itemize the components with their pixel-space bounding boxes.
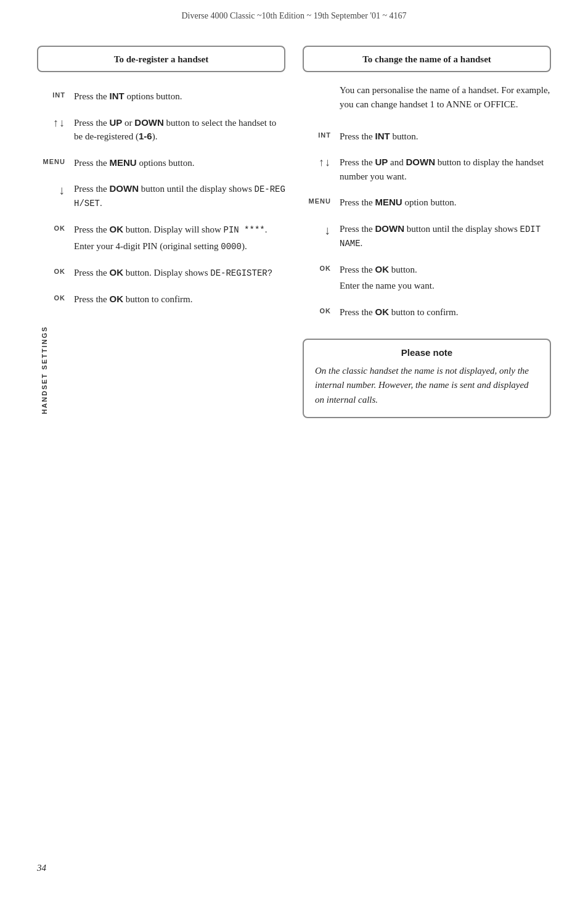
updown-icon-r1: ↑↓ xyxy=(303,155,340,168)
list-item: INT Press the INT options button. xyxy=(37,83,285,110)
step-text-3: Press the MENU options button. xyxy=(74,156,285,170)
list-item: OK Press the OK button to confirm. xyxy=(37,286,285,313)
sidebar-label: HANDSET SETTINGS xyxy=(41,326,48,414)
list-item: MENU Press the MENU option button. xyxy=(303,189,551,216)
list-item: OK Press the OK button to confirm. xyxy=(303,299,551,326)
updown-icon-1: ↑↓ xyxy=(37,116,74,128)
step-text-6: Press the OK button. Display shows DE-RE… xyxy=(74,266,285,280)
ok-icon-2: OK xyxy=(37,266,74,276)
page-header: Diverse 4000 Classic ~10th Edition ~ 19t… xyxy=(0,0,588,27)
down-icon-r1: ↓ xyxy=(303,222,340,237)
list-item: OK Press the OK button. Display shows DE… xyxy=(37,260,285,286)
step-text-5: Press the OK button. Display will show P… xyxy=(74,223,285,253)
left-steps-list: INT Press the INT options button. ↑↓ Pre… xyxy=(37,83,285,313)
step-text-2: Press the UP or DOWN button to select th… xyxy=(74,116,285,144)
please-note-box: Please note On the classic handset the n… xyxy=(303,339,551,418)
right-panel: To change the name of a handset You can … xyxy=(303,46,551,418)
step-text-r1: Press the INT button. xyxy=(340,130,551,144)
list-item: OK Press the OK button. Display will sho… xyxy=(37,216,285,260)
int-icon-r1: INT xyxy=(303,130,340,139)
list-item: ↑↓ Press the UP and DOWN button to displ… xyxy=(303,149,551,189)
list-item: ↓ Press the DOWN button until the displa… xyxy=(37,176,285,216)
right-steps-list: INT Press the INT button. ↑↓ Press the U… xyxy=(303,123,551,326)
left-panel: To de-register a handset INT Press the I… xyxy=(37,46,285,418)
list-item: ↑↓ Press the UP or DOWN button to select… xyxy=(37,110,285,150)
list-item: ↓ Press the DOWN button until the displa… xyxy=(303,216,551,257)
menu-icon-1: MENU xyxy=(37,156,74,166)
step-text-r4: Press the DOWN button until the display … xyxy=(340,222,551,250)
right-intro: You can personalise the name of a handse… xyxy=(303,83,551,116)
right-section-title: To change the name of a handset xyxy=(303,46,551,72)
ok-icon-1: OK xyxy=(37,223,74,233)
int-icon-1: INT xyxy=(37,89,74,99)
ok-icon-r2: OK xyxy=(303,305,340,315)
ok-icon-3: OK xyxy=(37,292,74,302)
step-text-r5: Press the OK button. Enter the name you … xyxy=(340,263,551,293)
step-text-7: Press the OK button to confirm. xyxy=(74,292,285,307)
list-item: OK Press the OK button. Enter the name y… xyxy=(303,257,551,299)
left-section-title: To de-register a handset xyxy=(37,46,285,72)
sidebar: HANDSET SETTINGS xyxy=(0,216,14,524)
list-item: MENU Press the MENU options button. xyxy=(37,150,285,176)
page-number: 34 xyxy=(37,863,46,873)
step-text-r6: Press the OK button to confirm. xyxy=(340,305,551,319)
please-note-title: Please note xyxy=(315,347,539,358)
step-text-1: Press the INT options button. xyxy=(74,89,285,104)
menu-icon-r1: MENU xyxy=(303,196,340,205)
ok-icon-r1: OK xyxy=(303,263,340,273)
please-note-text: On the classic handset the name is not d… xyxy=(315,364,539,407)
down-icon-1: ↓ xyxy=(37,182,74,197)
list-item: INT Press the INT button. xyxy=(303,123,551,150)
step-text-r2: Press the UP and DOWN button to display … xyxy=(340,155,551,183)
step-text-4: Press the DOWN button until the display … xyxy=(74,182,285,210)
step-text-r3: Press the MENU option button. xyxy=(340,196,551,210)
